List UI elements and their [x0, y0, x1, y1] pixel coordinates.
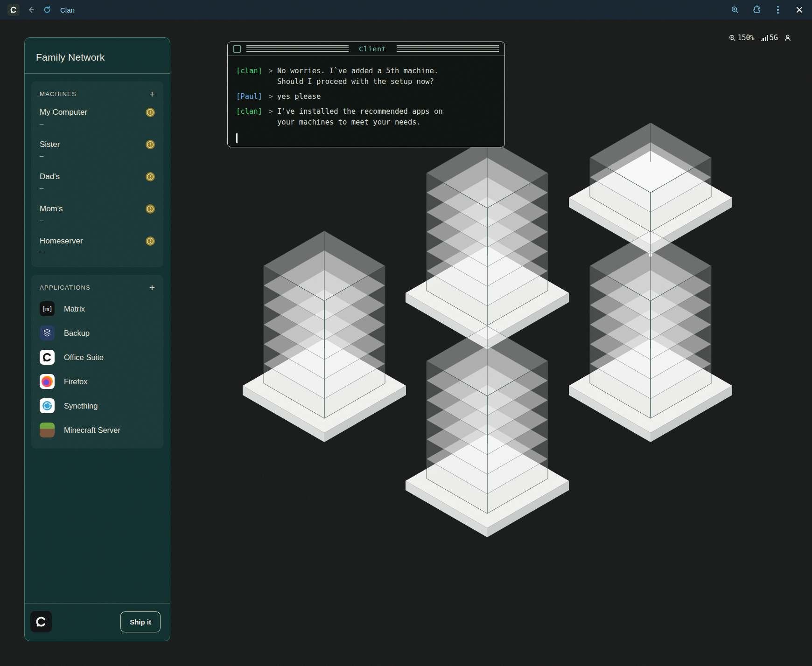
machine-name: My Computer	[40, 108, 87, 117]
warning-badge	[146, 108, 155, 117]
clan-logo-icon	[30, 611, 52, 632]
add-machine-button[interactable]: +	[149, 91, 155, 97]
message-prompt: >	[264, 66, 277, 87]
application-name: Syncthing	[64, 402, 98, 410]
extensions-icon[interactable]	[751, 5, 762, 15]
terminal-title: Client	[354, 45, 391, 53]
message-author: [Paul]	[236, 91, 264, 102]
terminal-cursor[interactable]	[236, 133, 238, 143]
browser-titlebar: Clan	[0, 0, 812, 20]
clan-logo-icon	[7, 4, 20, 16]
zoom-indicator: 150%	[729, 34, 754, 42]
user-icon[interactable]	[784, 34, 791, 42]
application-name: Backup	[64, 329, 90, 338]
machine-tower-tall[interactable]	[403, 313, 571, 543]
machine-tower-tall[interactable]	[567, 218, 735, 448]
machine-status: –	[40, 248, 155, 256]
application-item[interactable]: Office Suite	[40, 350, 155, 365]
minecraft-icon	[40, 423, 55, 437]
application-name: Office Suite	[64, 353, 104, 362]
machine-status: –	[40, 184, 155, 192]
message-text: No worries. I`ve added a 5th machine. Sh…	[277, 66, 496, 87]
warning-badge	[146, 236, 155, 246]
back-icon[interactable]	[26, 5, 36, 15]
application-name: Firefox	[64, 377, 87, 386]
applications-header: APPLICATIONS	[40, 284, 91, 291]
window-box-icon[interactable]	[233, 45, 241, 53]
add-application-button[interactable]: +	[149, 284, 155, 291]
machine-item[interactable]: Mom's–	[40, 204, 155, 224]
zoom-level: 150%	[737, 34, 754, 42]
sidebar: Family Network MACHINES + My Computer–Si…	[24, 37, 170, 641]
machine-item[interactable]: My Computer–	[40, 108, 155, 127]
terminal-titlebar[interactable]: Client	[228, 42, 504, 56]
application-item[interactable]: Backup	[40, 326, 155, 340]
application-item[interactable]: [m]Matrix	[40, 301, 155, 316]
machine-name: Dad's	[40, 172, 60, 181]
message-prompt: >	[264, 91, 277, 102]
refresh-icon[interactable]	[42, 5, 52, 15]
signal-icon	[761, 35, 768, 41]
zoom-in-icon[interactable]	[730, 5, 740, 15]
message-text: I've installed the recommended apps on y…	[277, 106, 496, 128]
network-title: Family Network	[25, 38, 170, 63]
network-label: 5G	[770, 34, 778, 42]
machine-item[interactable]: Sister–	[40, 140, 155, 160]
terminal-body: [clan] > [clan]>No worries. I`ve added a…	[228, 56, 504, 147]
warning-badge	[146, 172, 155, 181]
machine-status: –	[40, 216, 155, 224]
titlebar-stripes	[397, 44, 499, 54]
ship-it-button[interactable]: Ship it	[120, 611, 161, 632]
machine-item[interactable]: Dad's–	[40, 172, 155, 192]
titlebar-stripes	[246, 44, 349, 54]
machines-header: MACHINES	[40, 90, 77, 97]
divider	[25, 73, 170, 74]
message-prompt: >	[264, 106, 277, 128]
office-suite-icon	[40, 350, 55, 365]
terminal-message: [clan]>No worries. I`ve added a 5th mach…	[236, 66, 496, 87]
client-terminal-window: Client [clan] > [clan]>No worries. I`ve …	[227, 42, 505, 147]
application-item[interactable]: Syncthing	[40, 398, 155, 413]
application-item[interactable]: Firefox	[40, 374, 155, 389]
machine-status: –	[40, 152, 155, 160]
status-indicators: 150% 5G	[729, 34, 791, 42]
applications-panel: APPLICATIONS + [m]MatrixBackupOffice Sui…	[31, 275, 163, 449]
close-icon[interactable]	[794, 5, 805, 15]
menu-icon[interactable]	[773, 5, 783, 15]
machine-name: Sister	[40, 140, 60, 149]
application-item[interactable]: Minecraft Server	[40, 423, 155, 437]
message-author: [clan]	[236, 66, 264, 87]
warning-badge	[146, 140, 155, 149]
matrix-icon: [m]	[40, 301, 55, 316]
application-name: Matrix	[64, 305, 85, 313]
firefox-icon	[40, 374, 55, 389]
message-author: [clan]	[236, 106, 264, 128]
machine-status: –	[40, 119, 155, 127]
terminal-message: [Paul]>yes please	[236, 91, 496, 102]
machine-name: Mom's	[40, 204, 63, 214]
machines-panel: MACHINES + My Computer–Sister–Dad's–Mom'…	[31, 81, 163, 267]
machine-tower-tall[interactable]	[240, 218, 408, 448]
zoom-icon	[729, 35, 736, 42]
warning-badge	[146, 204, 155, 214]
main-canvas: 150% 5G Client [clan] > [clan]>No worrie…	[0, 20, 812, 666]
message-text: yes please	[277, 91, 496, 102]
backup-icon	[40, 326, 55, 340]
terminal-message: [clan]>I've installed the recommended ap…	[236, 106, 496, 128]
application-name: Minecraft Server	[64, 426, 120, 435]
network-indicator: 5G	[761, 34, 778, 42]
machine-name: Homeserver	[40, 236, 83, 246]
machine-item[interactable]: Homeserver–	[40, 236, 155, 256]
syncthing-icon	[40, 398, 55, 413]
clipped-message: [clan] >	[236, 57, 496, 62]
browser-tab-title: Clan	[60, 6, 75, 14]
